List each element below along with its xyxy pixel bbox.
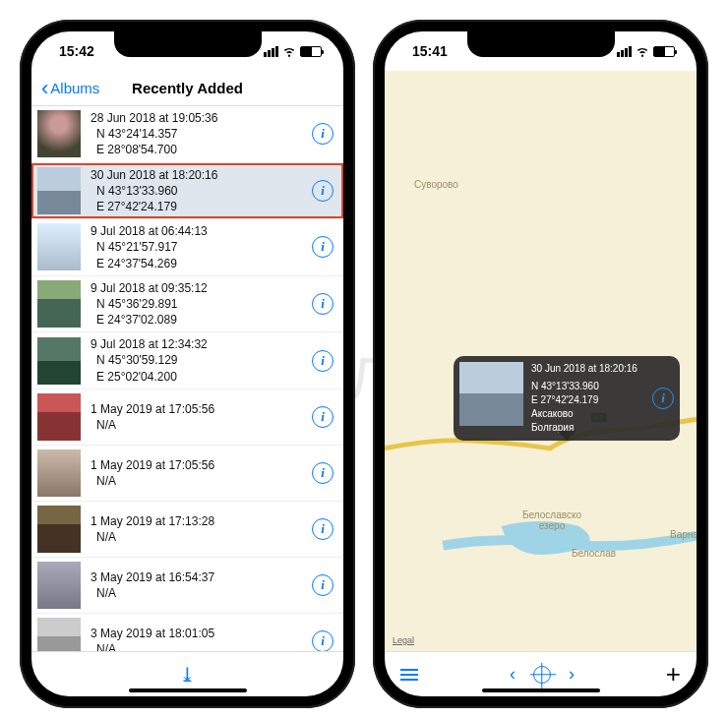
photo-thumbnail (37, 167, 81, 214)
photo-thumbnail (37, 223, 81, 270)
info-icon[interactable]: i (312, 630, 334, 651)
map-label: Белослав (572, 548, 616, 559)
timestamp: 1 May 2019 at 17:05:56 (91, 457, 302, 473)
map-view[interactable]: Суворово Белославско езеро Белослав Варн… (385, 71, 697, 651)
status-time: 15:42 (59, 43, 94, 59)
callout-place2: Болгария (531, 421, 644, 435)
battery-icon (300, 46, 322, 57)
phone-right: 15:41 Суворово Белославско езеро Белосла… (373, 20, 708, 708)
timestamp: 30 Jun 2018 at 18:20:16 (91, 167, 302, 183)
prev-icon[interactable]: ‹ (510, 664, 516, 685)
timestamp: 9 Jul 2018 at 12:34:32 (91, 336, 302, 352)
list-item[interactable]: 9 Jul 2018 at 12:34:32N 45°30'59.129E 25… (31, 332, 343, 389)
longitude: E 24°37'02.089 (91, 312, 302, 328)
info-icon[interactable]: i (312, 180, 334, 202)
status-icons (264, 44, 322, 58)
latitude: N/A (91, 585, 302, 601)
photo-meta: 3 May 2019 at 18:01:05N/A (91, 626, 302, 651)
info-icon[interactable]: i (652, 388, 674, 409)
callout-place1: Аксаково (531, 407, 644, 421)
legal-link[interactable]: Legal (393, 635, 414, 645)
info-icon[interactable]: i (312, 406, 334, 428)
photo-thumbnail (37, 449, 81, 497)
callout-thumbnail (459, 362, 523, 426)
photo-meta: 9 Jul 2018 at 06:44:13N 45°21'57.917E 24… (91, 223, 302, 271)
screen-right: 15:41 Суворово Белославско езеро Белосла… (385, 31, 697, 696)
callout-lat: N 43°13'33.960 (531, 380, 644, 393)
nav-controls: ‹ › (510, 664, 575, 685)
info-icon[interactable]: i (312, 574, 334, 596)
wifi-icon (636, 44, 649, 58)
longitude: E 25°02'04.200 (91, 369, 302, 385)
timestamp: 9 Jul 2018 at 06:44:13 (91, 223, 302, 239)
menu-icon[interactable] (400, 669, 418, 681)
download-icon[interactable]: ⤓ (179, 663, 196, 687)
photo-meta: 1 May 2019 at 17:05:56N/A (91, 401, 302, 433)
timestamp: 1 May 2019 at 17:05:56 (91, 401, 302, 417)
latitude: N/A (91, 529, 302, 545)
latitude: N 45°21'57.917 (91, 239, 302, 255)
nav-bar: ‹ Albums Recently Added (31, 71, 343, 106)
locate-icon[interactable] (533, 666, 551, 684)
photo-thumbnail (37, 337, 81, 385)
info-icon[interactable]: i (312, 518, 334, 540)
photo-meta: 3 May 2019 at 16:54:37N/A (91, 569, 302, 601)
info-icon[interactable]: i (312, 350, 334, 372)
chevron-left-icon: ‹ (41, 76, 48, 101)
latitude: N/A (91, 473, 302, 489)
photo-meta: 9 Jul 2018 at 09:35:12N 45°36'29.891E 24… (91, 280, 302, 329)
map-label: Белославско езеро (522, 509, 581, 531)
info-icon[interactable]: i (312, 236, 334, 258)
longitude: E 27°42'24.179 (91, 199, 302, 214)
map-label: Суворово (414, 179, 458, 190)
cellular-icon (617, 46, 632, 57)
latitude: N/A (91, 417, 302, 433)
timestamp: 28 Jun 2018 at 19:05:36 (91, 110, 302, 126)
list-item[interactable]: 1 May 2019 at 17:05:56N/Ai (31, 446, 343, 502)
latitude: N 43°13'33.960 (91, 183, 302, 199)
list-item[interactable]: 9 Jul 2018 at 06:44:13N 45°21'57.917E 24… (31, 219, 343, 276)
back-label: Albums (50, 80, 99, 96)
longitude: E 24°37'54.269 (91, 256, 302, 271)
info-icon[interactable]: i (312, 462, 334, 484)
timestamp: 3 May 2019 at 18:01:05 (91, 626, 302, 641)
status-icons (617, 44, 675, 58)
home-indicator (482, 688, 600, 692)
photo-meta: 1 May 2019 at 17:05:56N/A (91, 457, 302, 489)
page-title: Recently Added (132, 80, 243, 96)
add-icon[interactable]: + (666, 659, 681, 689)
wifi-icon (282, 44, 296, 58)
timestamp: 3 May 2019 at 16:54:37 (91, 569, 302, 585)
battery-icon (653, 46, 675, 57)
list-item[interactable]: 1 May 2019 at 17:13:28N/Ai (31, 502, 343, 558)
photo-thumbnail (37, 280, 81, 328)
notch (114, 31, 262, 57)
info-icon[interactable]: i (312, 123, 334, 145)
photo-meta: 9 Jul 2018 at 12:34:32N 45°30'59.129E 25… (91, 336, 302, 385)
photo-meta: 28 Jun 2018 at 19:05:36N 43°24'14.357E 2… (91, 110, 302, 158)
info-icon[interactable]: i (312, 293, 334, 315)
notch (467, 31, 615, 57)
map-callout[interactable]: 30 Jun 2018 at 18:20:16 N 43°13'33.960 E… (454, 356, 680, 441)
map-label: Варна (670, 529, 697, 540)
photo-thumbnail (37, 618, 81, 651)
status-time: 15:41 (412, 43, 448, 59)
photo-thumbnail (37, 506, 81, 553)
latitude: N/A (91, 641, 302, 651)
list-item[interactable]: 1 May 2019 at 17:05:56N/Ai (31, 389, 343, 446)
list-item[interactable]: 9 Jul 2018 at 09:35:12N 45°36'29.891E 24… (31, 276, 343, 333)
next-icon[interactable]: › (569, 664, 575, 685)
photo-thumbnail (37, 393, 81, 441)
list-item[interactable]: 3 May 2019 at 16:54:37N/Ai (31, 558, 343, 614)
home-indicator (129, 688, 247, 692)
photo-thumbnail (37, 562, 81, 609)
latitude: N 45°36'29.891 (91, 296, 302, 312)
cellular-icon (264, 46, 278, 57)
list-item[interactable]: 3 May 2019 at 18:01:05N/Ai (31, 614, 343, 651)
phone-left: 15:42 ‹ Albums Recently Added 28 Jun 201… (20, 20, 355, 708)
list-item[interactable]: 28 Jun 2018 at 19:05:36N 43°24'14.357E 2… (31, 106, 343, 163)
timestamp: 9 Jul 2018 at 09:35:12 (91, 280, 302, 296)
list-item[interactable]: 30 Jun 2018 at 18:20:16N 43°13'33.960E 2… (31, 163, 343, 220)
photo-list[interactable]: 28 Jun 2018 at 19:05:36N 43°24'14.357E 2… (31, 106, 343, 651)
back-button[interactable]: ‹ Albums (41, 76, 99, 101)
